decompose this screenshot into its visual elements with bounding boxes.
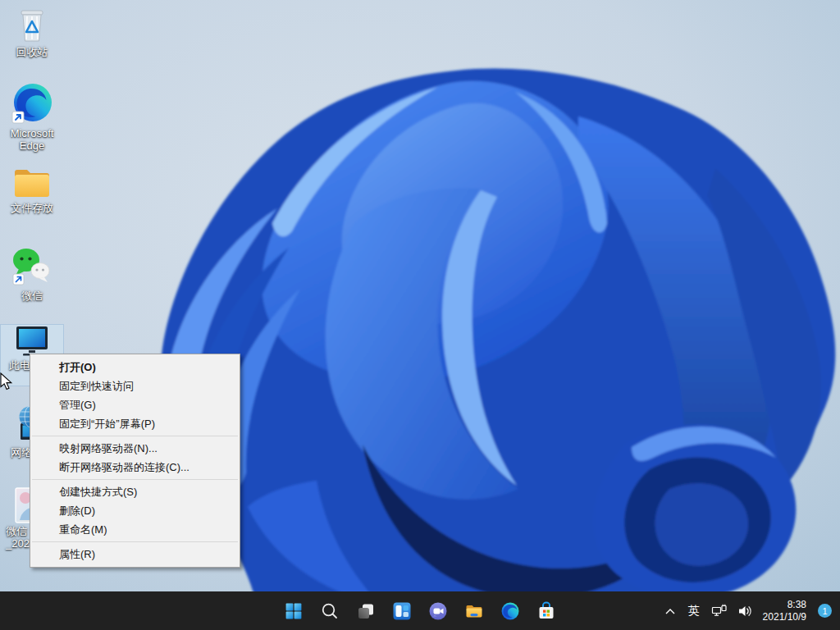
chevron-up-icon [664,606,677,616]
chat-button[interactable] [420,591,456,630]
network-tray-button[interactable] [706,595,733,628]
folder-icon [12,166,52,200]
tray-chevron-button[interactable] [659,595,682,628]
menu-item-delete[interactable]: 删除(D) [30,501,240,520]
menu-item-map-network-drive[interactable]: 映射网络驱动器(N)... [30,439,240,458]
desktop-icon-file-folder[interactable]: 文件存放 [1,166,63,214]
recycle-bin-icon [16,5,48,44]
menu-separator [32,479,238,480]
this-pc-icon [12,325,52,358]
mouse-cursor [0,372,16,392]
desktop-icon-wechat[interactable]: 微信 [1,247,63,302]
task-view-button[interactable] [348,591,384,630]
search-button[interactable] [312,591,348,630]
widgets-icon [392,601,412,621]
edge-taskbar-button[interactable] [492,591,528,630]
menu-item-manage[interactable]: 管理(G) [30,395,240,414]
icon-label: 回收站 [1,46,63,58]
taskbar: 英 8:38 2021/10/9 1 [0,591,840,630]
ime-indicator[interactable]: 英 [682,595,706,628]
menu-item-create-shortcut[interactable]: 创建快捷方式(S) [30,482,240,501]
clock[interactable]: 8:38 2021/10/9 [758,599,811,623]
icon-label: Microsoft Edge [1,127,63,152]
widgets-button[interactable] [384,591,420,630]
menu-item-pin-to-quick-access[interactable]: 固定到快速访问 [30,377,240,395]
volume-button[interactable] [733,595,758,628]
tray-date: 2021/10/9 [763,611,806,623]
file-explorer-button[interactable] [456,591,492,630]
menu-item-pin-to-start[interactable]: 固定到“开始”屏幕(P) [30,414,240,433]
context-menu: 打开(O) 固定到快速访问 管理(G) 固定到“开始”屏幕(P) 映射网络驱动器… [30,354,240,568]
icon-label: 微信 [1,290,63,302]
desktop-icon-microsoft-edge[interactable]: Microsoft Edge [1,81,63,152]
menu-item-disconnect-network-drive[interactable]: 断开网络驱动器的连接(C)... [30,458,240,477]
edge-icon [10,81,54,126]
wechat-icon [11,247,53,288]
tray-time: 8:38 [763,599,806,611]
desktop: 回收站 Microsoft Edge 文件存放 [0,0,840,630]
notification-badge[interactable]: 1 [818,604,832,618]
start-button[interactable] [276,591,312,630]
system-tray: 英 8:38 2021/10/9 1 [659,591,835,630]
menu-item-open[interactable]: 打开(O) [30,358,240,377]
menu-item-properties[interactable]: 属性(R) [30,545,240,564]
menu-separator [32,436,238,436]
taskbar-center-group [276,591,564,630]
file-explorer-icon [464,601,484,621]
chat-icon [428,601,448,621]
search-icon [320,601,340,621]
windows-start-icon [284,601,304,621]
menu-separator [32,541,238,542]
microsoft-store-icon [536,601,556,621]
store-button[interactable] [528,591,564,630]
icon-label: 文件存放 [1,202,63,214]
menu-item-rename[interactable]: 重命名(M) [30,520,240,539]
desktop-icon-recycle-bin[interactable]: 回收站 [1,5,63,58]
ethernet-network-icon [711,604,728,618]
task-view-icon [356,601,376,621]
speaker-icon [737,605,753,618]
edge-icon [500,601,520,621]
